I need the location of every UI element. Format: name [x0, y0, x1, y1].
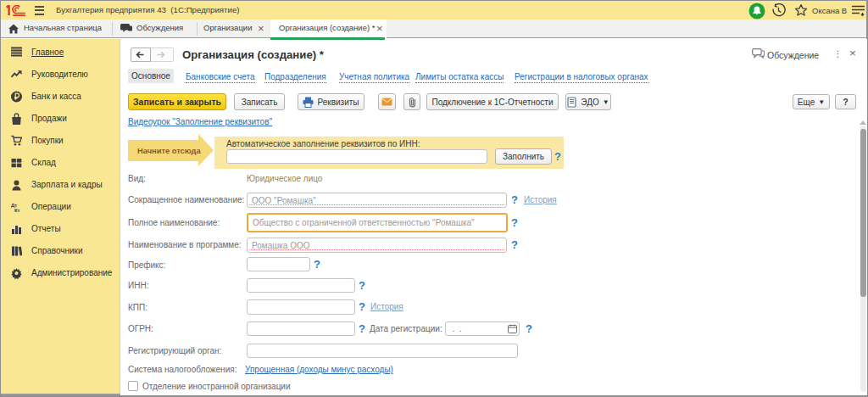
svg-text:Кт: Кт — [14, 208, 20, 213]
svg-text:Дт: Дт — [11, 203, 17, 208]
